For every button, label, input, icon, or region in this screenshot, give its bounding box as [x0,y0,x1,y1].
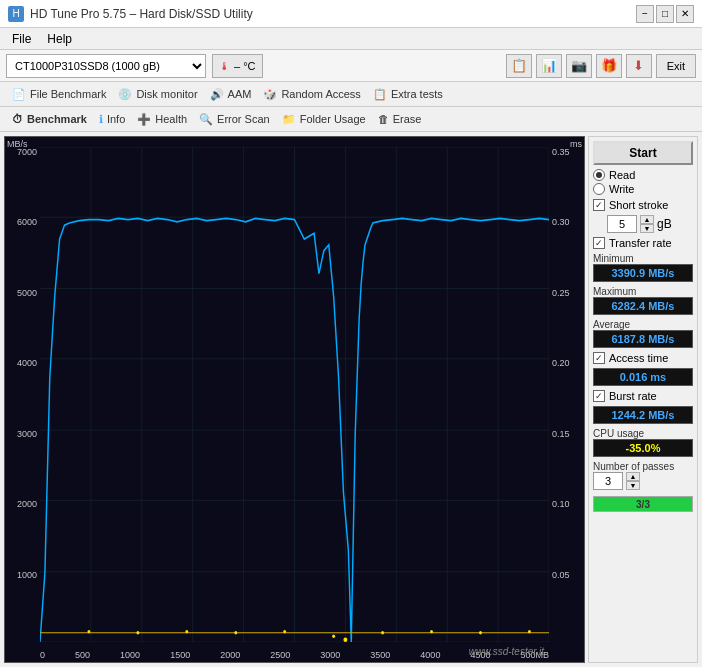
radio-read-dot [596,172,602,178]
passes-down[interactable]: ▼ [626,481,640,490]
burst-rate-checkbox-row[interactable]: ✓ Burst rate [593,390,693,402]
menu-help[interactable]: Help [39,30,80,48]
progress-bar-container: 3/3 [593,496,693,512]
cpu-usage-value: -35.0% [593,439,693,457]
tab-aam[interactable]: 🔊 AAM [204,85,258,103]
passes-label: Number of passes [593,461,693,472]
x-1000: 1000 [120,650,140,660]
minimum-label: Minimum [593,253,693,264]
svg-point-26 [430,630,433,633]
tab-folder-usage[interactable]: 📁 Folder Usage [276,110,372,128]
benchmark-icon: ⏱ [12,113,23,125]
maximize-button[interactable]: □ [656,5,674,23]
tab-error-scan[interactable]: 🔍 Error Scan [193,110,276,128]
erase-icon: 🗑 [378,113,389,125]
transfer-rate-label: Transfer rate [609,237,672,249]
radio-read[interactable]: Read [593,169,693,181]
maximum-section: Maximum 6282.4 MB/s [593,286,693,315]
download-icon-btn[interactable]: ⬇ [626,54,652,78]
tab-benchmark[interactable]: ⏱ Benchmark [6,110,93,128]
minimum-section: Minimum 3390.9 MB/s [593,253,693,282]
radio-write[interactable]: Write [593,183,693,195]
average-section: Average 6187.8 MB/s [593,319,693,348]
access-time-checkbox-row[interactable]: ✓ Access time [593,352,693,364]
close-button[interactable]: ✕ [676,5,694,23]
main-content: MB/s ms [0,132,702,667]
tab-file-benchmark[interactable]: 📄 File Benchmark [6,85,112,103]
chart-icon-btn[interactable]: 📊 [536,54,562,78]
radio-write-label: Write [609,183,634,195]
extra-tests-icon: 📋 [373,88,387,101]
toolbar-icons: 📋 📊 📷 🎁 ⬇ Exit [506,54,696,78]
y-right-025: 0.25 [549,288,584,298]
tab-disk-monitor[interactable]: 💿 Disk monitor [112,85,203,103]
x-500: 500 [75,650,90,660]
y-axis-right: 0.35 0.30 0.25 0.20 0.15 0.10 0.05 [549,147,584,640]
x-4000: 4000 [420,650,440,660]
svg-point-27 [479,631,482,634]
title-bar: H HD Tune Pro 5.75 – Hard Disk/SSD Utili… [0,0,702,28]
read-write-group: Read Write [593,169,693,195]
disk-monitor-icon: 💿 [118,88,132,101]
y-left-2000: 2000 [5,499,40,509]
copy-icon-btn[interactable]: 📋 [506,54,532,78]
short-stroke-checkbox[interactable]: ✓ [593,199,605,211]
svg-point-23 [332,635,335,638]
camera-icon-btn[interactable]: 📷 [566,54,592,78]
window-title: HD Tune Pro 5.75 – Hard Disk/SSD Utility [30,7,253,21]
radio-write-circle [593,183,605,195]
svg-point-19 [136,631,139,634]
tab-row-top: 📄 File Benchmark 💿 Disk monitor 🔊 AAM 🎲 … [0,82,702,107]
access-time-value: 0.016 ms [593,368,693,386]
burst-rate-checkbox[interactable]: ✓ [593,390,605,402]
passes-row: 3 ▲ ▼ [593,472,693,490]
short-stroke-spinner: ▲ ▼ [640,215,654,233]
menu-file[interactable]: File [4,30,39,48]
x-3500: 3500 [370,650,390,660]
watermark: www.ssd-tester.it [469,646,544,657]
tab-info[interactable]: ℹ Info [93,110,131,128]
cpu-usage-label: CPU usage [593,428,693,439]
app-icon: H [8,6,24,22]
drive-selector[interactable]: CT1000P310SSD8 (1000 gB) [6,54,206,78]
y-right-030: 0.30 [549,217,584,227]
svg-point-18 [87,630,90,633]
passes-input[interactable]: 3 [593,472,623,490]
short-stroke-down[interactable]: ▼ [640,224,654,233]
start-button[interactable]: Start [593,141,693,165]
tab-erase[interactable]: 🗑 Erase [372,110,428,128]
x-3000: 3000 [320,650,340,660]
short-stroke-checkbox-row[interactable]: ✓ Short stroke [593,199,693,211]
tab-extra-tests[interactable]: 📋 Extra tests [367,85,449,103]
passes-section: Number of passes 3 ▲ ▼ [593,461,693,490]
transfer-rate-checkbox-row[interactable]: ✓ Transfer rate [593,237,693,249]
info-icon: ℹ [99,113,103,126]
menu-bar: File Help [0,28,702,50]
minimize-button[interactable]: − [636,5,654,23]
tab-random-access[interactable]: 🎲 Random Access [257,85,366,103]
burst-rate-value: 1244.2 MB/s [593,406,693,424]
aam-icon: 🔊 [210,88,224,101]
gift-icon-btn[interactable]: 🎁 [596,54,622,78]
y-right-010: 0.10 [549,499,584,509]
cpu-usage-section: CPU usage -35.0% [593,428,693,457]
access-time-label: Access time [609,352,668,364]
folder-usage-icon: 📁 [282,113,296,126]
short-stroke-up[interactable]: ▲ [640,215,654,224]
y-left-5000: 5000 [5,288,40,298]
thermometer-icon: 🌡 [219,60,230,72]
exit-button[interactable]: Exit [656,54,696,78]
passes-spinner: ▲ ▼ [626,472,640,490]
access-time-checkbox[interactable]: ✓ [593,352,605,364]
burst-rate-label: Burst rate [609,390,657,402]
right-panel: Start Read Write ✓ Short stroke 5 ▲ ▼ gB [588,136,698,663]
y-left-3000: 3000 [5,429,40,439]
radio-read-circle [593,169,605,181]
average-value: 6187.8 MB/s [593,330,693,348]
passes-up[interactable]: ▲ [626,472,640,481]
tab-health[interactable]: ➕ Health [131,110,193,128]
transfer-rate-checkbox[interactable]: ✓ [593,237,605,249]
radio-read-label: Read [609,169,635,181]
svg-point-25 [381,631,384,634]
short-stroke-input[interactable]: 5 [607,215,637,233]
